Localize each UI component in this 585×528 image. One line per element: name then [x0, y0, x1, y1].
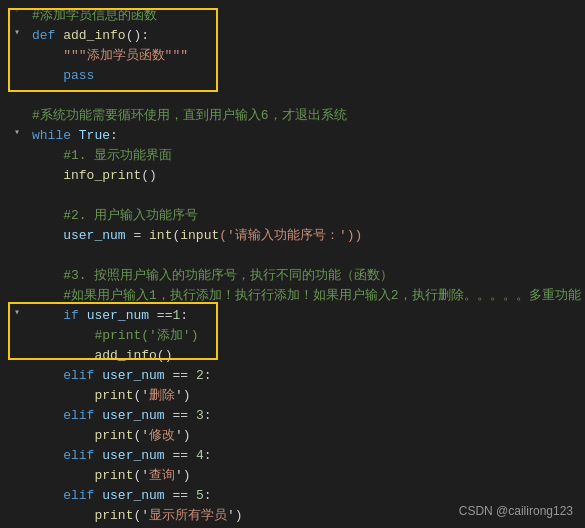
code-token — [32, 328, 94, 343]
code-line: ▾while True: — [0, 126, 585, 146]
code-token: def — [32, 28, 63, 43]
code-line: print('查询') — [0, 466, 585, 486]
fold-arrow[interactable]: ▾ — [12, 26, 22, 38]
code-token: user_num — [102, 488, 164, 503]
code-line: ·#添加学员信息的函数 — [0, 6, 585, 26]
code-line — [0, 186, 585, 206]
line-content: #print('添加') — [28, 326, 585, 346]
line-content: while True: — [28, 126, 585, 146]
code-token — [32, 228, 63, 243]
code-token — [32, 288, 63, 303]
watermark: CSDN @cailirong123 — [459, 504, 573, 518]
code-token: ') — [175, 428, 191, 443]
line-content: #系统功能需要循环使用，直到用户输入6，才退出系统 — [28, 106, 585, 126]
line-content: #添加学员信息的函数 — [28, 6, 585, 26]
code-token: #3. 按照用户输入的功能序号，执行不同的功能（函数） — [32, 268, 393, 283]
code-token — [32, 388, 94, 403]
line-content — [28, 86, 585, 106]
code-line: elif user_num == 3: — [0, 406, 585, 426]
line-content: pass — [28, 66, 585, 86]
code-line: #1. 显示功能界面 — [0, 146, 585, 166]
line-content — [28, 246, 585, 266]
code-line — [0, 246, 585, 266]
line-gutter: ▾ — [0, 306, 28, 318]
code-token: elif — [63, 448, 102, 463]
code-token — [32, 68, 63, 83]
code-token: : — [110, 128, 118, 143]
code-token: pass — [63, 68, 94, 83]
code-token — [32, 408, 63, 423]
fold-arrow[interactable]: · — [12, 6, 22, 17]
code-line: print('修改') — [0, 426, 585, 446]
code-token — [32, 308, 63, 323]
code-line: elif user_num == 2: — [0, 366, 585, 386]
line-gutter: · — [0, 6, 28, 17]
code-area: ·#添加学员信息的函数▾def add_info(): """添加学员函数"""… — [0, 0, 585, 528]
code-token: : — [204, 368, 212, 383]
code-token — [32, 488, 63, 503]
line-gutter: ▾ — [0, 126, 28, 138]
code-line — [0, 86, 585, 106]
code-token: == — [165, 448, 196, 463]
line-content: def add_info(): — [28, 26, 585, 46]
code-token: ('请输入功能序号：')) — [219, 228, 362, 243]
code-line: #3. 按照用户输入的功能序号，执行不同的功能（函数） — [0, 266, 585, 286]
fold-arrow[interactable]: ▾ — [12, 306, 22, 318]
line-content: user_num = int(input('请输入功能序号：')) — [28, 226, 585, 246]
code-token: #print('添加') — [94, 328, 198, 343]
code-token: 5 — [196, 488, 204, 503]
line-content: elif user_num == 2: — [28, 366, 585, 386]
code-token: #1. 显示功能界面 — [32, 148, 172, 163]
fold-arrow[interactable]: ▾ — [12, 126, 22, 138]
code-token: 查询 — [149, 468, 175, 483]
code-token: : — [204, 448, 212, 463]
code-token: : — [180, 308, 188, 323]
code-line: """添加学员函数""" — [0, 46, 585, 66]
code-token — [32, 348, 94, 363]
line-content: add_info() — [28, 346, 585, 366]
code-line: ▾def add_info(): — [0, 26, 585, 46]
line-content: info_print() — [28, 166, 585, 186]
code-token: (): — [126, 28, 149, 43]
code-line: #系统功能需要循环使用，直到用户输入6，才退出系统 — [0, 106, 585, 126]
line-content: elif user_num == 3: — [28, 406, 585, 426]
line-content: #如果用户输入1，执行添加！执行行添加！如果用户输入2，执行删除。。。。。多重功… — [28, 286, 585, 306]
code-token: if — [63, 308, 86, 323]
code-token: ') — [175, 468, 191, 483]
code-token — [32, 448, 63, 463]
code-line: #print('添加') — [0, 326, 585, 346]
code-token: elif — [63, 408, 102, 423]
code-token: : — [204, 408, 212, 423]
code-token: print — [94, 428, 133, 443]
code-line: #2. 用户输入功能序号 — [0, 206, 585, 226]
line-content: """添加学员函数""" — [28, 46, 585, 66]
code-token: (' — [133, 468, 149, 483]
code-token: == — [165, 488, 196, 503]
code-token: () — [141, 168, 157, 183]
code-line: add_info() — [0, 346, 585, 366]
code-line: user_num = int(input('请输入功能序号：')) — [0, 226, 585, 246]
code-token: 3 — [196, 408, 204, 423]
line-content: elif user_num == 4: — [28, 446, 585, 466]
code-token: 删除 — [149, 388, 175, 403]
code-token: print — [94, 468, 133, 483]
line-gutter: ▾ — [0, 26, 28, 38]
code-token: while — [32, 128, 79, 143]
code-token: #如果用户输入1，执行添加！执行行添加！如果用户输入2，执行删除。。。。。多重功… — [63, 288, 580, 303]
code-token: ') — [175, 388, 191, 403]
line-content: #1. 显示功能界面 — [28, 146, 585, 166]
code-token: 4 — [196, 448, 204, 463]
code-line: pass — [0, 66, 585, 86]
code-token: user_num — [102, 368, 164, 383]
code-token: add_info — [94, 348, 156, 363]
code-token — [32, 168, 63, 183]
code-token: = — [126, 228, 149, 243]
code-token: input — [180, 228, 219, 243]
line-content: elif user_num == 5: — [28, 486, 585, 506]
line-content: print('删除') — [28, 386, 585, 406]
code-token: print — [94, 388, 133, 403]
code-token — [32, 468, 94, 483]
code-token: user_num — [102, 448, 164, 463]
code-token: == — [165, 408, 196, 423]
code-token: user_num — [87, 308, 149, 323]
